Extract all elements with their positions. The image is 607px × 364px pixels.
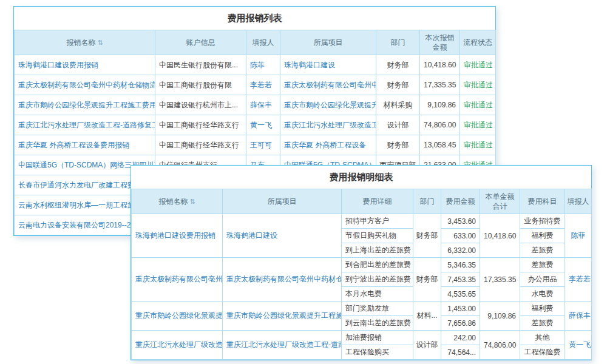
project-link[interactable]: 珠海鹤港口建设	[226, 231, 277, 240]
sort-icon[interactable]: ⇅	[189, 197, 195, 206]
amount-cell: 7,453.35	[441, 272, 480, 287]
dept-cell: 财务部	[376, 135, 420, 155]
col-header-amount: 本次报销金额	[420, 30, 460, 55]
status-badge: 审批通过	[464, 101, 493, 109]
expense-detail-cell: 到云南出差的差旅费	[342, 316, 413, 331]
expense-list-header-row: 报销名称⇅ 账户信息 填报人 所属项目 部门 本次报销金额 流程状态	[15, 30, 496, 55]
amount-cell: 6,332.00	[441, 243, 480, 258]
filler-link[interactable]: 李若若	[250, 81, 272, 89]
col-header-report-name: 报销名称⇅	[132, 189, 223, 214]
filler-link[interactable]: 薛保丰	[250, 101, 272, 109]
project-link[interactable]: 重庆太极制药有限公司亳州中...	[284, 81, 376, 89]
report-name-link[interactable]: 重庆华夏 外高桥工程设备费用报销	[18, 141, 129, 149]
sort-icon[interactable]: ⇅	[97, 38, 103, 47]
col-header-status: 流程状态	[460, 30, 496, 55]
expense-detail-title: 费用报销明细表	[131, 166, 591, 189]
dept-cell: 财务部	[376, 55, 420, 75]
expense-detail-cell: 到宁波出差的差旅费	[342, 272, 413, 287]
account-cell: 中国建设银行杭州市上...	[155, 95, 246, 115]
amount-cell: 7,656.86	[441, 316, 480, 331]
amount-cell: 10,418.60	[420, 55, 460, 75]
dept-cell: 财务部	[413, 258, 441, 302]
col-header-report-name-label: 报销名称	[66, 38, 95, 47]
report-name-link[interactable]: 珠海鹤港口建设费用报销	[18, 61, 98, 69]
project-link[interactable]: 重庆市鹅岭公园绿化景观提升...	[284, 101, 376, 109]
col-header-project: 所属项目	[223, 189, 342, 214]
col-header-filler: 填报人	[565, 189, 592, 214]
amount-cell: 74,564...	[441, 345, 480, 360]
expense-detail-cell: 工程保险购买	[342, 345, 413, 360]
filler-link[interactable]: 黄一飞	[250, 121, 272, 129]
table-row: 重庆太极制药有限公司亳州中药... 重庆太极制药有限公司亳州中药材仓储物流...…	[132, 258, 592, 272]
status-badge: 审批通过	[464, 141, 493, 149]
col-header-expense-detail: 费用详细	[342, 189, 413, 214]
dept-cell: 财务部	[413, 214, 441, 258]
report-name-link[interactable]: 重庆太极制药有限公司亳州中药材仓储物流基地项...	[18, 81, 155, 89]
report-name-link[interactable]: 重庆江北污水处理厂级改造工程-...	[135, 340, 223, 349]
table-row: 重庆江北污水处理厂级改造工程-... 重庆江北污水处理厂级改造工程-道路修复工程…	[132, 331, 592, 345]
col-header-dept: 部门	[376, 30, 420, 55]
table-row: 重庆市鹅岭公园绿化景观提升工... 重庆市鹅岭公园绿化景观提升工程施工 部门奖励…	[132, 302, 592, 316]
amount-cell: 13,058.45	[420, 135, 460, 155]
project-link[interactable]: 重庆市鹅岭公园绿化景观提升工程施工	[226, 311, 342, 320]
project-link[interactable]: 重庆太极制药有限公司亳州中药材仓储物流...	[226, 275, 342, 283]
category-cell: 差旅费	[520, 258, 565, 272]
total-cell: 17,335.35	[480, 258, 520, 302]
expense-detail-cell: 节假日购买礼物	[342, 229, 413, 243]
status-badge: 审批通过	[464, 61, 493, 69]
col-header-filler: 填报人	[246, 30, 280, 55]
amount-cell: 17,335.35	[420, 75, 460, 95]
filler-link[interactable]: 陈菲	[571, 231, 586, 240]
report-name-link[interactable]: 重庆市鹅岭公园绿化景观提升工程施工费用报销	[18, 101, 155, 109]
dept-cell: 设计部	[376, 115, 420, 135]
expense-detail-table: 报销名称⇅ 所属项目 费用详细 部门 费用金额 本单金额合计 费用科目 填报人 …	[131, 189, 592, 360]
status-badge: 审批通过	[464, 81, 493, 89]
table-row: 重庆太极制药有限公司亳州中药材仓储物流基地项... 中国工商银行股份有限 李若若…	[15, 75, 496, 95]
col-header-report-name-label: 报销名称	[158, 197, 188, 206]
account-cell: 中国民生银行股份有限...	[155, 55, 246, 75]
expense-detail-cell: 部门奖励发放	[342, 302, 413, 316]
report-name-link[interactable]: 重庆江北污水处理厂级改造工程-道路修复工程费用...	[18, 121, 155, 129]
project-link[interactable]: 重庆华夏 外高桥工程设备	[284, 141, 366, 149]
table-row: 珠海鹤港口建设费用报销 珠海鹤港口建设 招待甲方客户 财务部 3,453.60 …	[132, 214, 592, 229]
total-cell: 9,109.86	[480, 302, 520, 331]
filler-link[interactable]: 薛保丰	[569, 311, 591, 320]
expense-detail-cell: 加油费报销	[342, 331, 413, 345]
expense-detail-cell: 招待甲方客户	[342, 214, 413, 229]
account-cell: 中国工商银行经华路支行	[155, 135, 246, 155]
report-name-link[interactable]: 重庆太极制药有限公司亳州中药...	[135, 275, 223, 283]
account-cell: 中国工商银行经华路支行	[155, 115, 246, 135]
col-header-report-name: 报销名称⇅	[15, 30, 155, 55]
category-cell: 其他	[520, 331, 565, 345]
expense-detail-header-row: 报销名称⇅ 所属项目 费用详细 部门 费用金额 本单金额合计 费用科目 填报人	[132, 189, 592, 214]
table-row: 重庆市鹅岭公园绿化景观提升工程施工费用报销 中国建设银行杭州市上... 薛保丰 …	[15, 95, 496, 115]
project-link[interactable]: 重庆江北污水处理厂级改造工...	[284, 121, 376, 129]
category-cell: 工程保险费	[520, 345, 565, 360]
amount-cell: 1,453.00	[441, 302, 480, 316]
col-header-order-total: 本单金额合计	[480, 189, 520, 214]
filler-link[interactable]: 陈菲	[250, 61, 265, 69]
expense-detail-cell: 本月水电费	[342, 287, 413, 302]
amount-cell: 5,346.35	[441, 258, 480, 272]
col-header-project: 所属项目	[280, 30, 376, 55]
category-cell: 水电费	[520, 287, 565, 302]
report-name-link[interactable]: 重庆市鹅岭公园绿化景观提升工...	[135, 311, 223, 320]
account-cell: 中国工商银行股份有限	[155, 75, 246, 95]
amount-cell: 242.00	[441, 331, 480, 345]
col-header-dept: 部门	[413, 189, 441, 214]
dept-cell: 材料采购	[376, 95, 420, 115]
project-link[interactable]: 重庆江北污水处理厂级改造工程-道路修复工程	[226, 340, 342, 349]
col-header-expense-amount: 费用金额	[441, 189, 480, 214]
filler-link[interactable]: 李若若	[569, 275, 591, 283]
project-link[interactable]: 珠海鹤港口建设	[284, 61, 335, 69]
col-header-category: 费用科目	[520, 189, 565, 214]
table-row: 珠海鹤港口建设费用报销 中国民生银行股份有限... 陈菲 珠海鹤港口建设 财务部…	[15, 55, 496, 75]
filler-link[interactable]: 王可可	[250, 141, 272, 149]
col-header-account: 账户信息	[155, 30, 246, 55]
report-name-link[interactable]: 珠海鹤港口建设费用报销	[135, 231, 215, 240]
category-cell: 业务招待费	[520, 214, 565, 229]
expense-detail-cell: 到上海出差的差旅费	[342, 243, 413, 258]
category-cell: 福利费	[520, 302, 565, 316]
category-cell: 福利费	[520, 229, 565, 243]
filler-link[interactable]: 黄一飞	[569, 340, 591, 349]
